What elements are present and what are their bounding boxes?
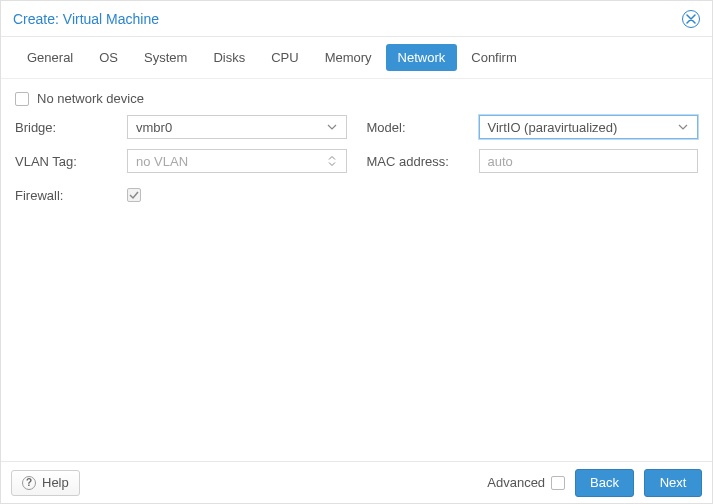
bridge-combobox[interactable]: vmbr0 bbox=[127, 115, 347, 139]
tab-system[interactable]: System bbox=[132, 44, 199, 71]
tab-network[interactable]: Network bbox=[386, 44, 458, 71]
model-value: VirtIO (paravirtualized) bbox=[488, 120, 618, 135]
create-vm-dialog: Create: Virtual Machine General OS Syste… bbox=[0, 0, 713, 504]
model-label: Model: bbox=[367, 120, 479, 135]
bridge-value: vmbr0 bbox=[136, 120, 172, 135]
tab-cpu[interactable]: CPU bbox=[259, 44, 310, 71]
close-icon bbox=[686, 14, 696, 24]
help-icon: ? bbox=[22, 476, 36, 490]
chevron-down-icon bbox=[677, 122, 689, 132]
help-button[interactable]: ? Help bbox=[11, 470, 80, 496]
no-network-label: No network device bbox=[37, 91, 144, 106]
chevron-down-icon bbox=[326, 122, 338, 132]
form-grid: Bridge: vmbr0 VLAN Tag: no VLAN bbox=[15, 114, 698, 208]
vlan-label: VLAN Tag: bbox=[15, 154, 127, 169]
firewall-checkbox[interactable] bbox=[127, 188, 141, 202]
tab-memory[interactable]: Memory bbox=[313, 44, 384, 71]
tab-panel-network: No network device Bridge: vmbr0 VLAN Tag… bbox=[1, 79, 712, 461]
footer: ? Help Advanced Back Next bbox=[1, 461, 712, 503]
bridge-label: Bridge: bbox=[15, 120, 127, 135]
next-button[interactable]: Next bbox=[644, 469, 702, 497]
close-button[interactable] bbox=[682, 10, 700, 28]
checkmark-icon bbox=[129, 190, 139, 200]
titlebar: Create: Virtual Machine bbox=[1, 1, 712, 37]
tab-general[interactable]: General bbox=[15, 44, 85, 71]
advanced-checkbox[interactable] bbox=[551, 476, 565, 490]
model-combobox[interactable]: VirtIO (paravirtualized) bbox=[479, 115, 699, 139]
no-network-row: No network device bbox=[15, 91, 698, 106]
vlan-spinner[interactable]: no VLAN bbox=[127, 149, 347, 173]
left-column: Bridge: vmbr0 VLAN Tag: no VLAN bbox=[15, 114, 347, 208]
mac-label: MAC address: bbox=[367, 154, 479, 169]
advanced-label: Advanced bbox=[487, 475, 545, 490]
right-column: Model: VirtIO (paravirtualized) MAC addr… bbox=[367, 114, 699, 208]
tabbar: General OS System Disks CPU Memory Netwo… bbox=[1, 37, 712, 79]
tab-confirm[interactable]: Confirm bbox=[459, 44, 529, 71]
back-button[interactable]: Back bbox=[575, 469, 634, 497]
dialog-title: Create: Virtual Machine bbox=[13, 11, 159, 27]
no-network-checkbox[interactable] bbox=[15, 92, 29, 106]
firewall-label: Firewall: bbox=[15, 188, 127, 203]
tab-os[interactable]: OS bbox=[87, 44, 130, 71]
vlan-placeholder: no VLAN bbox=[136, 154, 188, 169]
spinner-icon bbox=[326, 155, 338, 167]
mac-input[interactable]: auto bbox=[479, 149, 699, 173]
mac-placeholder: auto bbox=[488, 154, 513, 169]
tab-disks[interactable]: Disks bbox=[201, 44, 257, 71]
help-label: Help bbox=[42, 475, 69, 490]
advanced-toggle: Advanced bbox=[487, 475, 565, 490]
